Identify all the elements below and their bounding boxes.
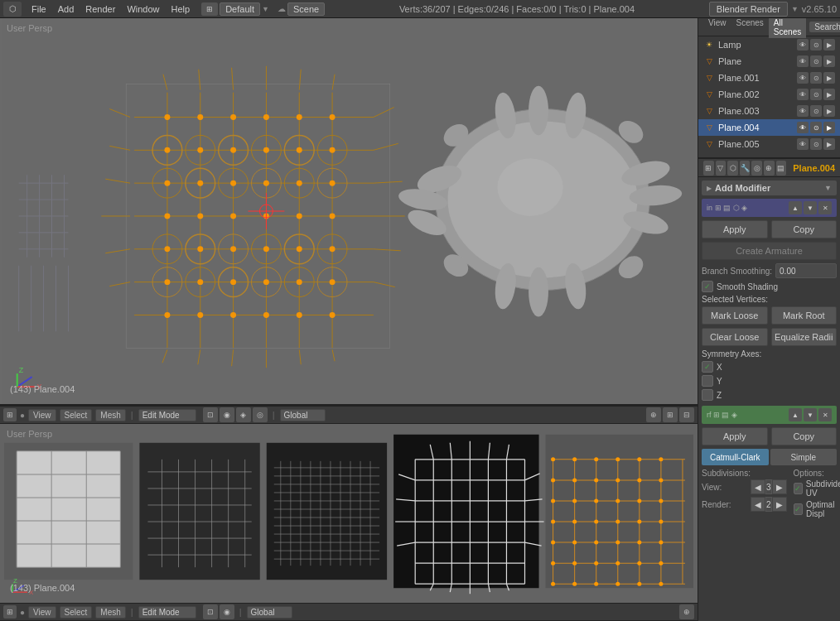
p001-sel[interactable]: ⊙	[810, 72, 822, 84]
mesh-button-bottom[interactable]: Mesh	[95, 606, 125, 619]
equalize-radii-btn[interactable]: Equalize Radii	[771, 328, 838, 346]
tool1[interactable]: ⊕	[646, 407, 661, 422]
branch-smoothing-slider[interactable]: 0.00	[775, 263, 837, 278]
menu-render[interactable]: Render	[80, 2, 120, 16]
plane-render-btn[interactable]: ▶	[823, 55, 835, 67]
scene-selector[interactable]: Scene	[287, 2, 325, 16]
skin-close-btn[interactable]: ✕	[818, 201, 832, 214]
subsurf-apply-btn[interactable]: Apply	[702, 427, 768, 445]
view-sub-val[interactable]: 3	[765, 479, 772, 494]
props-icon-2[interactable]: ▽	[716, 161, 727, 176]
outliner-item-plane001[interactable]: ▽ Plane.001 👁 ⊙ ▶	[698, 70, 840, 86]
p003-vis[interactable]: 👁	[797, 105, 809, 117]
skin-create-armature-btn[interactable]: Create Armature	[702, 242, 837, 260]
viewport-top[interactable]: User Persp	[0, 18, 698, 406]
subsurf-copy-btn[interactable]: Copy	[771, 427, 838, 445]
outliner-item-plane004[interactable]: ▽ Plane.004 👁 ⊙ ▶	[698, 119, 840, 136]
clear-loose-btn[interactable]: Clear Loose	[702, 328, 768, 346]
props-icon-4[interactable]: 🔧	[740, 161, 751, 176]
subsurf-down-btn[interactable]: ▼	[804, 408, 817, 421]
menu-help[interactable]: Help	[167, 2, 196, 16]
view-sub-dec[interactable]: ◀	[751, 479, 765, 494]
tool2[interactable]: ⊞	[663, 407, 678, 422]
p002-rend[interactable]: ▶	[823, 89, 835, 100]
p005-rend[interactable]: ▶	[823, 138, 835, 150]
p002-sel[interactable]: ⊙	[810, 89, 822, 100]
p004-sel[interactable]: ⊙	[810, 122, 822, 133]
props-icon-7[interactable]: ▤	[776, 161, 787, 176]
skin-up-btn[interactable]: ▲	[789, 201, 802, 214]
mark-loose-btn[interactable]: Mark Loose	[702, 306, 768, 325]
viewport-bottom[interactable]: User Persp	[0, 424, 698, 603]
optimal-displ-checkbox[interactable]	[794, 503, 803, 515]
menu-add[interactable]: Add	[53, 2, 80, 16]
render-sub-dec[interactable]: ◀	[751, 497, 765, 512]
lamp-render-btn[interactable]: ▶	[823, 39, 835, 51]
skin-copy-btn[interactable]: Copy	[771, 220, 838, 238]
outliner-item-plane003[interactable]: ▽ Plane.003 👁 ⊙ ▶	[698, 103, 840, 119]
view-type-icon-bottom[interactable]: ⊞	[3, 605, 17, 619]
engine-selector[interactable]: Blender Render	[709, 2, 788, 17]
p004-rend[interactable]: ▶	[823, 122, 835, 133]
outliner-item-plane[interactable]: ▽ Plane 👁 ⊙ ▶	[698, 53, 840, 70]
view-type-icon[interactable]: ⊞	[3, 408, 17, 421]
simple-tab[interactable]: Simple	[770, 449, 838, 465]
tool3[interactable]: ⊟	[679, 407, 694, 422]
outliner-item-plane005[interactable]: ▽ Plane.005 👁 ⊙ ▶	[698, 136, 840, 152]
wireframe-btn-b[interactable]: ⊡	[203, 604, 218, 619]
layout-selector[interactable]: Default	[220, 2, 260, 16]
wireframe-btn[interactable]: ⊡	[203, 407, 218, 422]
select-button[interactable]: Select	[60, 409, 93, 421]
texture-btn[interactable]: ◈	[236, 407, 251, 422]
p001-vis[interactable]: 👁	[797, 72, 809, 84]
render-btn[interactable]: ◎	[253, 407, 268, 422]
catmull-clark-tab[interactable]: Catmull-Clark	[702, 449, 769, 465]
outliner-tab-scenes[interactable]: Scenes	[731, 18, 769, 38]
p003-sel[interactable]: ⊙	[810, 105, 822, 117]
props-icon-6[interactable]: ⊕	[764, 161, 775, 176]
outliner-search-btn[interactable]: Search	[809, 22, 840, 32]
skin-down-btn[interactable]: ▼	[804, 201, 817, 214]
p005-vis[interactable]: 👁	[797, 138, 809, 150]
props-icon-1[interactable]: ⊞	[703, 161, 714, 176]
p001-rend[interactable]: ▶	[823, 72, 835, 84]
lamp-sel-btn[interactable]: ⊙	[810, 39, 822, 51]
outliner-item-lamp[interactable]: ☀ Lamp 👁 ⊙ ▶	[698, 36, 840, 53]
solid-btn[interactable]: ◉	[220, 407, 234, 422]
view-sub-inc[interactable]: ▶	[772, 479, 787, 494]
global-selector[interactable]: Global	[280, 409, 326, 421]
tool1-b[interactable]: ⊕	[679, 604, 694, 619]
render-sub-inc[interactable]: ▶	[772, 497, 787, 512]
global-selector-bottom[interactable]: Global	[247, 606, 292, 619]
lamp-vis-btn[interactable]: 👁	[797, 39, 809, 51]
sym-y-checkbox[interactable]	[702, 375, 713, 387]
p005-sel[interactable]: ⊙	[810, 138, 822, 150]
add-modifier-section[interactable]: ▶ Add Modifier ▼	[702, 181, 837, 195]
solid-btn-b[interactable]: ◉	[220, 604, 234, 619]
menu-window[interactable]: Window	[122, 2, 164, 16]
outliner-tab-allscenes[interactable]: All Scenes	[769, 18, 806, 38]
plane-sel-btn[interactable]: ⊙	[810, 55, 822, 67]
plane-vis-btn[interactable]: 👁	[797, 55, 809, 67]
props-icon-5[interactable]: ◎	[751, 161, 762, 176]
outliner-tab-view[interactable]: View	[703, 18, 731, 38]
sym-z-checkbox[interactable]	[702, 389, 713, 401]
p003-rend[interactable]: ▶	[823, 105, 835, 117]
subdivide-uv-checkbox[interactable]	[794, 483, 803, 494]
p004-vis[interactable]: 👁	[797, 122, 809, 133]
skin-apply-btn[interactable]: Apply	[702, 220, 768, 238]
modifier-dropdown-icon[interactable]: ▼	[824, 184, 832, 192]
view-button[interactable]: View	[28, 409, 56, 421]
view-button-bottom[interactable]: View	[28, 606, 56, 619]
subsurf-close-btn[interactable]: ✕	[818, 408, 832, 421]
mark-root-btn[interactable]: Mark Root	[771, 306, 838, 325]
mesh-button[interactable]: Mesh	[95, 409, 125, 421]
render-sub-val[interactable]: 2	[765, 497, 772, 512]
mode-selector-bottom[interactable]: Edit Mode	[138, 606, 196, 619]
sym-x-checkbox[interactable]	[702, 361, 713, 373]
mode-selector[interactable]: Edit Mode	[138, 409, 196, 421]
subsurf-up-btn[interactable]: ▲	[789, 408, 802, 421]
smooth-shading-checkbox[interactable]	[702, 281, 713, 292]
props-icon-3[interactable]: ⬡	[727, 161, 738, 176]
menu-file[interactable]: File	[27, 2, 51, 16]
